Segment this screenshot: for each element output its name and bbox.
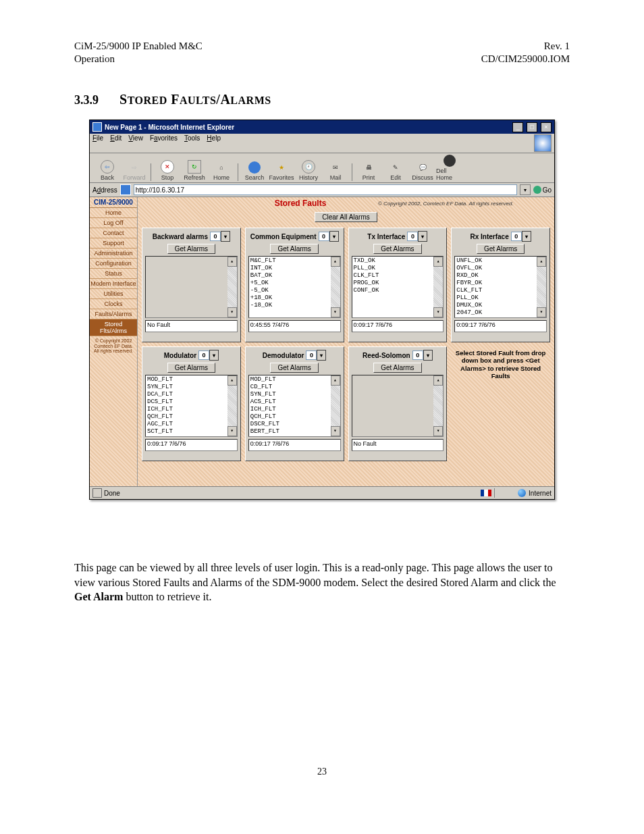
print-button[interactable]: 🖶Print	[355, 161, 382, 181]
sidebar-copyright: © Copyright 2002 Comtech EF Data. All ri…	[90, 336, 137, 356]
doc-header-left-1: CiM-25/9000 IP Enabled M&C	[74, 41, 203, 52]
info-text: Select Stored Fault from drop down box a…	[454, 349, 547, 380]
sidebar-item-administration[interactable]: Administration	[90, 249, 137, 259]
panel-common: Common Equipment 0▾ Get Alarms M&C_FLTIN…	[245, 228, 344, 342]
go-button[interactable]: Go	[533, 186, 552, 194]
sidebar-item-contact[interactable]: Contact	[90, 228, 137, 238]
demod-listbox[interactable]: MOD_FLTCD_FLTSYN_FLTACS_FLTICH_FLTQCH_FL…	[248, 375, 341, 437]
rs-listbox[interactable]: ▴▾	[352, 375, 444, 437]
url-dropdown[interactable]: ▾	[520, 184, 531, 195]
sidebar-item-faults-alarms[interactable]: Faults/Alarms	[90, 309, 137, 319]
mod-get-button[interactable]: Get Alarms	[167, 363, 215, 373]
back-button[interactable]: ⇦Back	[94, 160, 121, 181]
common-timestamp: 0:45:55 7/4/76	[248, 320, 341, 332]
search-icon	[248, 161, 261, 174]
doc-header-right-1: Rev. 1	[544, 41, 570, 52]
sidebar-item-status[interactable]: Status	[90, 269, 137, 279]
sidebar-item-clocks[interactable]: Clocks	[90, 299, 137, 309]
panel-modulator: Modulator 0▾ Get Alarms MOD_FLTSYN_FLTDC…	[142, 346, 241, 461]
go-icon	[533, 186, 541, 194]
panel-row-2: Modulator 0▾ Get Alarms MOD_FLTSYN_FLTDC…	[142, 346, 550, 461]
menu-help[interactable]: Help	[207, 134, 221, 152]
demod-title: Demodulator	[263, 352, 304, 359]
stop-button[interactable]: ✕Stop	[154, 160, 181, 181]
home-button[interactable]: ⌂Home	[208, 161, 235, 181]
sidebar-item-configuration[interactable]: Configuration	[90, 259, 137, 269]
rx-listbox[interactable]: UNFL_OKOVFL_OKRXD_OKFBYR_OKCLK_FLTPLL_OK…	[454, 256, 547, 318]
sidebar-item-home[interactable]: Home	[90, 208, 137, 218]
minimize-button[interactable]: _	[512, 122, 523, 132]
home-icon: ⌂	[215, 161, 227, 174]
backward-listbox[interactable]: ▴▾	[145, 256, 238, 318]
menu-edit[interactable]: Edit	[110, 134, 122, 152]
address-bar: Address ▾ Go	[90, 183, 554, 197]
demod-select[interactable]: 0▾	[306, 350, 326, 361]
sidebar: CIM-25/9000 Home Log Off Contact Support…	[90, 197, 138, 486]
forward-button[interactable]: ⇨Forward	[121, 161, 148, 181]
mod-listbox[interactable]: MOD_FLTSYN_FLTDCA_FLTDCS_FLTICH_FLTQCH_F…	[145, 375, 238, 437]
sidebar-item-utilities[interactable]: Utilities	[90, 289, 137, 299]
tx-listbox[interactable]: TXD_OKPLL_OKCLK_FLTPROG_OKCONF_OK ▴▾	[352, 256, 444, 318]
mod-timestamp: 0:09:17 7/6/76	[145, 439, 238, 451]
internet-zone-icon	[518, 489, 526, 497]
demod-get-button[interactable]: Get Alarms	[270, 363, 318, 373]
scroll-down-icon[interactable]: ▾	[227, 307, 237, 317]
common-listbox[interactable]: M&C_FLTINT_OKBAT_OK+5_OK-5_OK+18_OK-18_O…	[248, 256, 341, 318]
toolbar: ⇦Back ⇨Forward ✕Stop ↻Refresh ⌂Home Sear…	[90, 153, 554, 183]
rx-title: Rx Interface	[471, 233, 509, 240]
mod-select[interactable]: 0▾	[198, 350, 219, 361]
tx-select[interactable]: 0▾	[407, 231, 427, 242]
sidebar-item-modem-interface[interactable]: Modem Interface	[90, 279, 137, 289]
panel-rx: Rx Interface 0▾ Get Alarms UNFL_OKOVFL_O…	[451, 228, 550, 342]
back-icon: ⇦	[101, 160, 114, 174]
address-label: Address	[92, 186, 117, 194]
menu-file[interactable]: File	[92, 134, 103, 152]
common-get-button[interactable]: Get Alarms	[270, 244, 318, 254]
clear-all-alarms-button[interactable]: Clear All Alarms	[315, 212, 377, 222]
url-input[interactable]	[134, 184, 517, 195]
rx-get-button[interactable]: Get Alarms	[477, 244, 525, 254]
backward-select[interactable]: 0▾	[210, 231, 230, 242]
discuss-button[interactable]: 💬Discuss	[409, 161, 436, 181]
tx-get-button[interactable]: Get Alarms	[373, 244, 421, 254]
maximize-button[interactable]: □	[527, 122, 537, 132]
menu-favorites[interactable]: Favorites	[150, 134, 178, 152]
page-title: Stored Faults	[223, 199, 378, 208]
common-title: Common Equipment	[250, 233, 317, 240]
backward-timestamp: No Fault	[145, 320, 238, 332]
rs-get-button[interactable]: Get Alarms	[373, 363, 421, 373]
panel-demodulator: Demodulator 0▾ Get Alarms MOD_FLTCD_FLTS…	[245, 346, 344, 461]
page-copyright: © Copyright 2002, Comtech EF Data. All r…	[378, 201, 514, 207]
menu-tools[interactable]: Tools	[184, 134, 200, 152]
page-number: 23	[74, 766, 570, 777]
stop-icon: ✕	[161, 160, 174, 174]
edit-button[interactable]: ✎Edit	[382, 161, 409, 181]
search-button[interactable]: Search	[241, 161, 268, 181]
mail-button[interactable]: ✉Mail	[322, 161, 349, 181]
sidebar-item-stored-faults[interactable]: Stored Flts/Alrms	[90, 319, 137, 336]
history-button[interactable]: 🕘History	[295, 160, 322, 181]
page-icon	[120, 184, 131, 195]
section-title: STORED FAULTS/ALARMS	[119, 92, 271, 107]
close-button[interactable]: ×	[541, 122, 552, 132]
sidebar-item-logoff[interactable]: Log Off	[90, 218, 137, 228]
sidebar-header: CIM-25/9000	[90, 197, 137, 208]
chevron-down-icon: ▾	[209, 350, 219, 361]
favorites-button[interactable]: ★Favorites	[268, 161, 295, 181]
status-left: Done	[104, 490, 120, 497]
edit-icon: ✎	[390, 161, 402, 174]
refresh-button[interactable]: ↻Refresh	[181, 160, 208, 181]
common-select[interactable]: 0▾	[319, 231, 339, 242]
print-icon: 🖶	[363, 161, 375, 174]
statusbar: Done Internet	[90, 486, 554, 499]
sidebar-item-support[interactable]: Support	[90, 238, 137, 249]
rx-select[interactable]: 0▾	[511, 231, 531, 242]
history-icon: 🕘	[302, 160, 315, 174]
scroll-up-icon[interactable]: ▴	[227, 257, 237, 267]
dellhome-button[interactable]: Dell Home	[436, 155, 463, 181]
menu-view[interactable]: View	[128, 134, 143, 152]
rs-select[interactable]: 0▾	[412, 350, 433, 361]
rx-timestamp: 0:09:17 7/6/76	[454, 320, 547, 332]
refresh-icon: ↻	[188, 160, 201, 174]
backward-get-button[interactable]: Get Alarms	[167, 244, 215, 254]
